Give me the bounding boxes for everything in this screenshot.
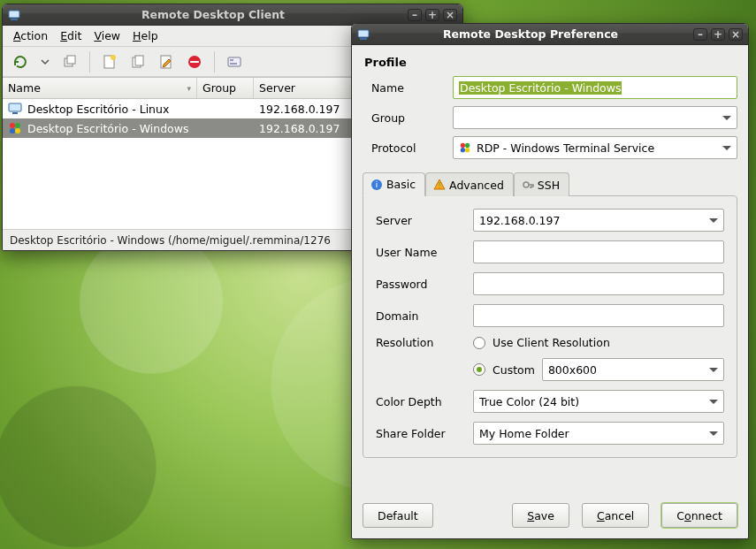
label-username: User Name [376, 246, 462, 259]
server-field[interactable]: 192.168.0.197 [473, 209, 724, 232]
app-icon [357, 27, 371, 42]
resolution-custom-combo[interactable]: 800x600 [542, 358, 724, 381]
username-field[interactable] [473, 240, 724, 263]
toolbar-separator [214, 51, 215, 72]
label-domain: Domain [376, 309, 462, 323]
svg-rect-21 [358, 30, 369, 37]
svg-rect-16 [12, 112, 18, 114]
svg-rect-13 [230, 59, 233, 61]
menu-action[interactable]: Action [8, 27, 53, 44]
minimize-button[interactable]: – [408, 9, 422, 21]
svg-rect-15 [9, 103, 21, 111]
default-button[interactable]: Default [363, 503, 433, 528]
svg-point-6 [111, 55, 116, 60]
svg-point-26 [465, 148, 470, 152]
label-sharefolder: Share Folder [376, 427, 462, 440]
close-button[interactable]: × [443, 9, 457, 21]
maximize-button[interactable]: + [425, 9, 439, 21]
column-name[interactable]: Name ▾ [3, 78, 197, 98]
label-server: Server [376, 214, 462, 227]
window-title: Remote Desktop Client [27, 8, 408, 21]
svg-rect-3 [67, 56, 75, 64]
info-icon: i [370, 179, 383, 191]
cancel-button[interactable]: Cancel [582, 503, 649, 528]
edit-icon[interactable] [154, 50, 179, 74]
svg-rect-11 [190, 61, 199, 63]
label-group: Group [371, 111, 444, 125]
password-field[interactable] [473, 272, 724, 295]
svg-point-17 [10, 123, 15, 128]
menu-help[interactable]: Help [127, 27, 164, 44]
app-icon [8, 8, 22, 22]
column-group[interactable]: Group [197, 78, 254, 98]
profile-heading: Profile [364, 56, 737, 69]
svg-rect-8 [135, 56, 143, 65]
preferences-icon[interactable] [222, 50, 247, 74]
connect-icon[interactable] [8, 50, 33, 74]
key-icon [522, 179, 534, 191]
label-colordepth: Color Depth [376, 395, 462, 408]
svg-point-24 [465, 143, 470, 148]
svg-text:i: i [376, 180, 378, 189]
label-name: Name [371, 81, 444, 95]
copy-icon[interactable] [57, 50, 82, 74]
svg-point-23 [461, 143, 465, 148]
titlebar[interactable]: Remote Desktop Preference – + × [352, 24, 748, 45]
rdp-icon [459, 141, 471, 154]
warning-icon: ! [433, 179, 446, 191]
resolution-custom-radio[interactable] [473, 363, 485, 376]
tabbar: i Basic ! Advanced SSH [363, 172, 737, 195]
svg-point-18 [15, 123, 20, 128]
delete-icon[interactable] [182, 50, 207, 74]
svg-rect-12 [228, 57, 241, 66]
svg-rect-1 [11, 19, 18, 20]
window-title: Remote Desktop Preference [377, 27, 693, 41]
duplicate-icon[interactable] [126, 50, 150, 74]
svg-point-31 [523, 182, 529, 187]
close-button[interactable]: × [729, 28, 743, 41]
save-button[interactable]: Save [512, 503, 569, 528]
domain-field[interactable] [473, 304, 724, 327]
sort-indicator-icon: ▾ [187, 84, 191, 93]
svg-rect-0 [9, 11, 19, 18]
label-protocol: Protocol [371, 141, 444, 155]
rdp-icon [8, 121, 22, 135]
sharefolder-combo[interactable]: My Home Folder [473, 422, 724, 445]
tab-basic-content: Server 192.168.0.197 User Name Password … [363, 195, 737, 458]
svg-point-25 [461, 148, 465, 152]
remote-desktop-preference-window: Remote Desktop Preference – + × Profile … [351, 23, 749, 539]
svg-point-20 [15, 128, 20, 133]
svg-point-19 [10, 128, 15, 133]
svg-rect-22 [360, 38, 367, 40]
maximize-button[interactable]: + [711, 28, 725, 41]
colordepth-combo[interactable]: True Color (24 bit) [473, 390, 724, 413]
label-resolution: Resolution [376, 336, 462, 349]
tab-advanced[interactable]: ! Advanced [425, 172, 514, 196]
connect-button[interactable]: Connect [661, 503, 737, 528]
protocol-combo[interactable]: RDP - Windows Terminal Service [453, 136, 737, 159]
resolution-useclient-radio[interactable] [473, 337, 485, 349]
svg-text:!: ! [438, 182, 440, 190]
monitor-icon [8, 102, 22, 116]
minimize-button[interactable]: – [693, 28, 707, 41]
connect-menu-button[interactable] [36, 50, 54, 74]
tab-ssh[interactable]: SSH [514, 172, 569, 196]
tab-basic[interactable]: i Basic [363, 172, 425, 196]
group-combo[interactable] [453, 106, 737, 129]
menu-edit[interactable]: Edit [55, 27, 87, 44]
svg-rect-14 [230, 63, 237, 65]
toolbar-separator [89, 51, 90, 72]
label-password: Password [376, 278, 462, 291]
new-icon[interactable] [97, 50, 122, 74]
name-field[interactable]: Desktop Escritório - Windows [453, 76, 737, 99]
menu-view[interactable]: View [88, 27, 126, 44]
